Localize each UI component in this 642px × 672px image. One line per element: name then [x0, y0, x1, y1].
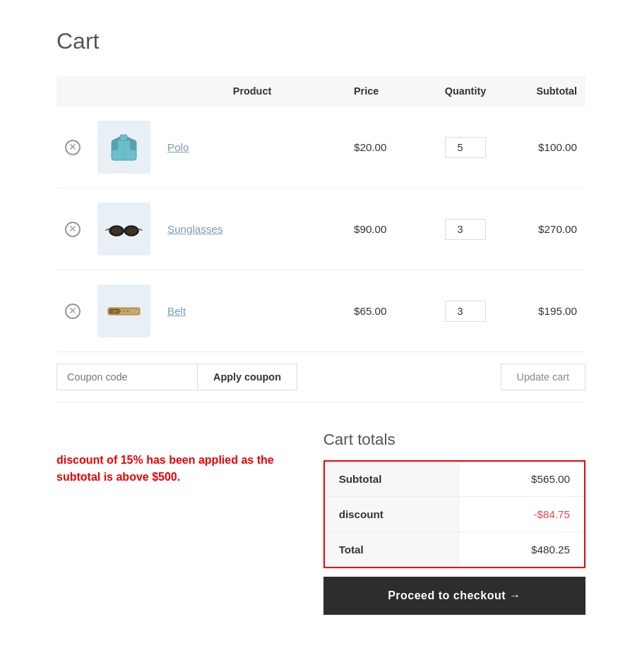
bottom-section: discount of 15% has been applied as the …	[57, 431, 585, 615]
product-price-sunglasses: $90.00	[345, 188, 430, 270]
coupon-input[interactable]	[57, 364, 198, 390]
total-value: $480.25	[460, 532, 585, 568]
discount-value: -$84.75	[460, 497, 585, 532]
svg-point-18	[114, 310, 117, 313]
col-product-header: Product	[159, 76, 345, 107]
product-link-polo[interactable]: Polo	[167, 141, 189, 153]
total-row: Total $480.25	[324, 532, 585, 568]
svg-line-10	[106, 229, 109, 230]
checkout-button[interactable]: Proceed to checkout →	[323, 577, 585, 615]
page-title: Cart	[57, 28, 585, 54]
table-row: ✕ Polo $20.00 $100.00	[57, 107, 585, 188]
col-img-header	[89, 76, 159, 107]
svg-point-19	[120, 311, 121, 312]
apply-coupon-button[interactable]: Apply coupon	[198, 364, 297, 390]
discount-notice: discount of 15% has been applied as the …	[57, 431, 295, 486]
coupon-row: Apply coupon Update cart	[57, 352, 585, 402]
totals-table: Subtotal $565.00 discount -$84.75 Total …	[323, 460, 585, 568]
subtotal-label: Subtotal	[324, 461, 460, 497]
remove-button-sunglasses[interactable]: ✕	[65, 222, 81, 237]
remove-icon-sunglasses: ✕	[65, 222, 81, 237]
svg-rect-3	[120, 135, 127, 140]
subtotal-value: $565.00	[460, 461, 585, 497]
svg-point-12	[112, 227, 121, 234]
col-qty-header: Quantity	[430, 76, 501, 107]
cart-totals: Cart totals Subtotal $565.00 discount -$…	[323, 431, 585, 615]
table-row: ✕ Sunglasses $90.00 $270.00	[57, 188, 585, 270]
quantity-input-polo[interactable]	[445, 137, 486, 158]
product-image-belt	[97, 284, 150, 337]
remove-icon-belt: ✕	[65, 304, 81, 319]
col-price-header: Price	[345, 76, 430, 107]
cart-totals-title: Cart totals	[323, 431, 585, 449]
product-price-polo: $20.00	[345, 107, 430, 188]
svg-point-13	[126, 227, 136, 234]
quantity-input-sunglasses[interactable]	[445, 219, 486, 240]
cart-table: Product Price Quantity Subtotal ✕	[57, 76, 585, 352]
remove-icon-polo: ✕	[65, 140, 81, 155]
discount-label: discount	[324, 497, 460, 532]
product-image-polo	[97, 121, 150, 174]
update-cart-button[interactable]: Update cart	[501, 364, 585, 390]
product-subtotal-belt: $195.00	[501, 270, 585, 352]
remove-button-polo[interactable]: ✕	[65, 140, 81, 155]
svg-rect-5	[130, 140, 136, 150]
subtotal-row: Subtotal $565.00	[324, 461, 585, 497]
svg-point-20	[124, 311, 125, 312]
product-price-belt: $65.00	[345, 270, 430, 352]
quantity-input-belt[interactable]	[445, 301, 486, 322]
table-row: ✕ Belt $65.00 $195.00	[57, 270, 585, 352]
product-link-belt[interactable]: Belt	[167, 305, 186, 317]
product-image-sunglasses	[97, 203, 150, 256]
remove-button-belt[interactable]: ✕	[65, 304, 81, 319]
product-subtotal-polo: $100.00	[501, 107, 585, 188]
svg-point-21	[127, 311, 129, 312]
discount-row: discount -$84.75	[324, 497, 585, 532]
col-remove-header	[57, 76, 89, 107]
product-link-sunglasses[interactable]: Sunglasses	[167, 223, 223, 235]
col-subtotal-header: Subtotal	[501, 76, 585, 107]
product-subtotal-sunglasses: $270.00	[501, 188, 585, 270]
svg-rect-4	[112, 140, 118, 150]
total-label: Total	[324, 532, 460, 568]
